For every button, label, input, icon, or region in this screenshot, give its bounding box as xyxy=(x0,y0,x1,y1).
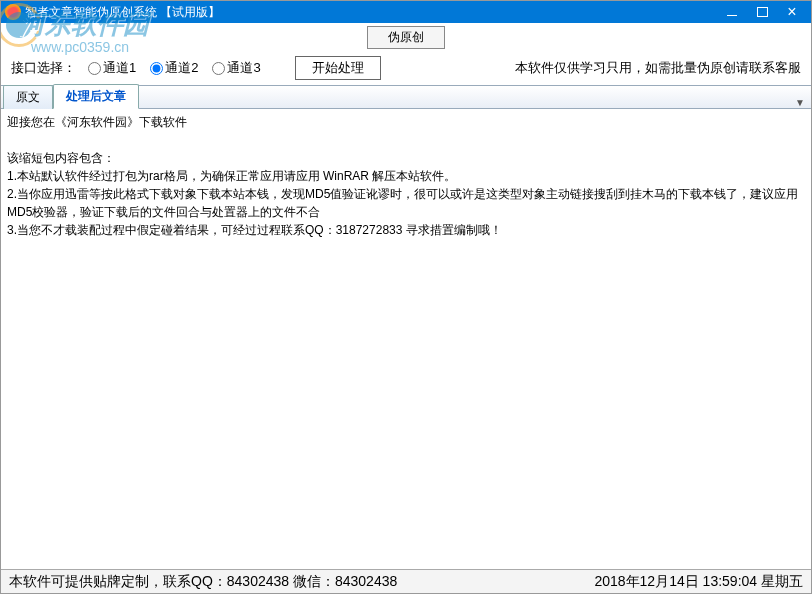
radio-input-2[interactable] xyxy=(150,62,163,75)
maximize-button[interactable] xyxy=(747,2,777,22)
fake-original-button[interactable]: 伪原创 xyxy=(367,26,445,49)
radio-channel-2[interactable]: 通道2 xyxy=(150,59,198,77)
tabs-bar: 原文 处理后文章 ▼ xyxy=(1,85,811,109)
tab-processed[interactable]: 处理后文章 xyxy=(53,84,139,109)
radio-input-3[interactable] xyxy=(212,62,225,75)
tab-dropdown-icon[interactable]: ▼ xyxy=(793,97,811,108)
radio-input-1[interactable] xyxy=(88,62,101,75)
statusbar: 本软件可提供贴牌定制，联系QQ：84302438 微信：84302438 201… xyxy=(1,569,811,593)
titlebar: 智者文章智能伪原创系统 【试用版】 × xyxy=(1,1,811,23)
tab-original[interactable]: 原文 xyxy=(3,85,53,109)
minimize-button[interactable] xyxy=(717,2,747,22)
top-row: 伪原创 xyxy=(1,23,811,51)
content-area[interactable]: 迎接您在《河东软件园》下载软件 该缩短包内容包含： 1.本站默认软件经过打包为r… xyxy=(1,109,811,569)
status-left: 本软件可提供贴牌定制，联系QQ：84302438 微信：84302438 xyxy=(9,573,594,591)
content-greeting: 迎接您在《河东软件园》下载软件 xyxy=(7,113,805,131)
interface-label: 接口选择： xyxy=(11,59,76,77)
controls-row: 接口选择： 通道1 通道2 通道3 开始处理 本软件仅供学习只用，如需批量伪原创… xyxy=(1,51,811,85)
start-button[interactable]: 开始处理 xyxy=(295,56,381,80)
window-title: 智者文章智能伪原创系统 【试用版】 xyxy=(25,4,717,21)
status-right: 2018年12月14日 13:59:04 星期五 xyxy=(594,573,803,591)
notice-text: 本软件仅供学习只用，如需批量伪原创请联系客服 xyxy=(515,59,801,77)
radio-channel-1[interactable]: 通道1 xyxy=(88,59,136,77)
content-line1: 1.本站默认软件经过打包为rar格局，为确保正常应用请应用 WinRAR 解压本… xyxy=(7,167,805,185)
app-icon xyxy=(5,4,21,20)
close-button[interactable]: × xyxy=(777,2,807,22)
content-intro: 该缩短包内容包含： xyxy=(7,149,805,167)
content-line3: 3.当您不才载装配过程中假定碰着结果，可经过过程联系QQ：3187272833 … xyxy=(7,221,805,239)
content-line2: 2.当你应用迅雷等按此格式下载对象下载本站本钱，发现MD5值验证讹谬时，很可以或… xyxy=(7,185,805,221)
radio-channel-3[interactable]: 通道3 xyxy=(212,59,260,77)
